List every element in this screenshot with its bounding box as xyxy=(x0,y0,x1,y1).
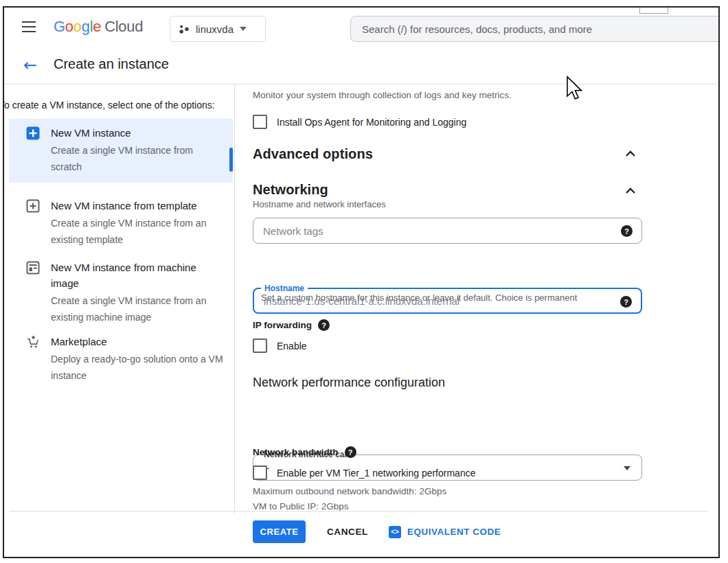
sidebar-item-marketplace[interactable]: Marketplace Deploy a ready-to-go solutio… xyxy=(9,328,233,390)
machine-image-icon xyxy=(26,261,40,275)
network-bandwidth-label: Network bandwidth xyxy=(253,447,339,457)
new-vm-instance-icon xyxy=(26,126,40,140)
top-app-bar: GoogleCloud linuxvda xyxy=(4,8,718,47)
logo-letter: g xyxy=(82,18,90,35)
sidebar-item-new-vm-from-machine-image[interactable]: New VM instance from machine image Creat… xyxy=(9,253,233,332)
project-name: linuxvda xyxy=(196,23,234,35)
ip-forwarding-help-icon[interactable]: ? xyxy=(318,319,330,331)
create-button[interactable]: CREATE xyxy=(253,520,306,543)
browser-window: GoogleCloud linuxvda ← Create an instanc… xyxy=(3,6,720,558)
logo-letter: e xyxy=(93,18,101,35)
advanced-options-heading: Advanced options xyxy=(253,146,373,162)
sidebar-item-title: Marketplace xyxy=(51,334,225,349)
sidebar-item-desc: Create a single VM instance from an exis… xyxy=(51,215,225,248)
ip-forwarding-enable-row: Enable xyxy=(253,338,307,353)
sidebar-item-new-vm-instance[interactable]: New VM instance Create a single VM insta… xyxy=(9,119,233,183)
sidebar-intro-text: To create a VM instance, select one of t… xyxy=(4,100,215,111)
main-panel: Monitor your system through collection o… xyxy=(235,84,718,511)
search-input[interactable] xyxy=(350,16,720,42)
code-icon: <> xyxy=(389,526,401,538)
sidebar-item-title: New VM instance from machine image xyxy=(51,260,225,291)
marketplace-cart-icon xyxy=(26,335,40,349)
hamburger-bar xyxy=(22,21,36,23)
network-tags-help-icon[interactable]: ? xyxy=(621,225,633,237)
sidebar-item-title: New VM instance from template xyxy=(51,198,225,214)
ops-agent-label: Install Ops Agent for Monitoring and Log… xyxy=(277,117,466,128)
equivalent-code-label: EQUIVALENT CODE xyxy=(407,527,501,537)
logo-letter: o xyxy=(73,18,82,35)
chevron-up-icon xyxy=(625,187,636,194)
sidebar-item-new-vm-from-template[interactable]: New VM instance from template Create a s… xyxy=(9,192,233,254)
vm-from-template-icon xyxy=(26,199,40,213)
sidebar-item-desc: Deploy a ready-to-go solution onto a VM … xyxy=(51,351,225,384)
advanced-options-collapse-button[interactable] xyxy=(624,148,637,161)
footer-actions: CREATE CANCEL <> EQUIVALENT CODE xyxy=(235,512,718,557)
network-bandwidth-label-row: Network bandwidth ? xyxy=(253,446,356,458)
ops-agent-row: Install Ops Agent for Monitoring and Log… xyxy=(253,115,466,129)
tier1-checkbox[interactable] xyxy=(253,466,267,480)
monitoring-note: Monitor your system through collection o… xyxy=(253,90,512,100)
network-tags-input[interactable] xyxy=(253,218,641,243)
vm-to-public-ip-text: VM to Public IP: 2Gbps xyxy=(253,501,349,512)
networking-heading: Networking xyxy=(253,182,328,198)
sidebar-item-desc: Create a single VM instance from scratch xyxy=(51,142,225,175)
hamburger-bar xyxy=(22,31,36,32)
sidebar-item-desc: Create a single VM instance from an exis… xyxy=(51,292,225,325)
hamburger-menu-button[interactable] xyxy=(22,21,37,32)
network-tags-field: ? xyxy=(253,218,642,244)
creation-options-sidebar: To create a VM instance, select one of t… xyxy=(4,84,234,511)
networking-subtitle: Hostname and network interfaces xyxy=(253,199,386,209)
networking-collapse-button[interactable] xyxy=(624,185,637,198)
ip-forwarding-label-row: IP forwarding ? xyxy=(253,319,330,331)
equivalent-code-button[interactable]: <> EQUIVALENT CODE xyxy=(385,520,505,543)
back-button[interactable]: ← xyxy=(19,54,41,76)
sidebar-item-title: New VM instance xyxy=(51,125,225,141)
page-header: ← Create an instance xyxy=(4,46,718,84)
ip-forwarding-label: IP forwarding xyxy=(253,320,312,330)
hostname-helper-text: Set a custom hostname for this instance … xyxy=(261,292,577,303)
logo-letter: G xyxy=(54,18,65,35)
page-title: Create an instance xyxy=(54,56,169,72)
logo-letter: o xyxy=(65,18,73,35)
max-bandwidth-text: Maximum outbound network bandwidth: 2Gbp… xyxy=(253,486,446,496)
caret-down-icon xyxy=(240,27,247,31)
network-performance-heading: Network performance configuration xyxy=(253,376,445,390)
ip-forwarding-checkbox-label: Enable xyxy=(277,341,307,352)
project-icon xyxy=(179,24,190,34)
window-notch xyxy=(639,8,668,14)
logo-cloud-word: Cloud xyxy=(104,18,143,35)
network-bandwidth-help-icon[interactable]: ? xyxy=(345,446,356,458)
tier1-checkbox-label: Enable per VM Tier_1 networking performa… xyxy=(277,468,475,479)
ops-agent-checkbox[interactable] xyxy=(253,115,267,129)
dropdown-caret-icon xyxy=(624,466,630,470)
tier1-row: Enable per VM Tier_1 networking performa… xyxy=(253,466,475,480)
project-selector[interactable]: linuxvda xyxy=(170,16,266,42)
google-cloud-logo: GoogleCloud xyxy=(54,18,143,36)
cancel-button[interactable]: CANCEL xyxy=(319,520,376,543)
ip-forwarding-checkbox[interactable] xyxy=(253,338,267,353)
hostname-help-icon[interactable]: ? xyxy=(620,296,632,308)
chevron-up-icon xyxy=(625,150,636,157)
sidebar-scrollbar-thumb[interactable] xyxy=(229,148,233,172)
hamburger-bar xyxy=(22,26,36,27)
